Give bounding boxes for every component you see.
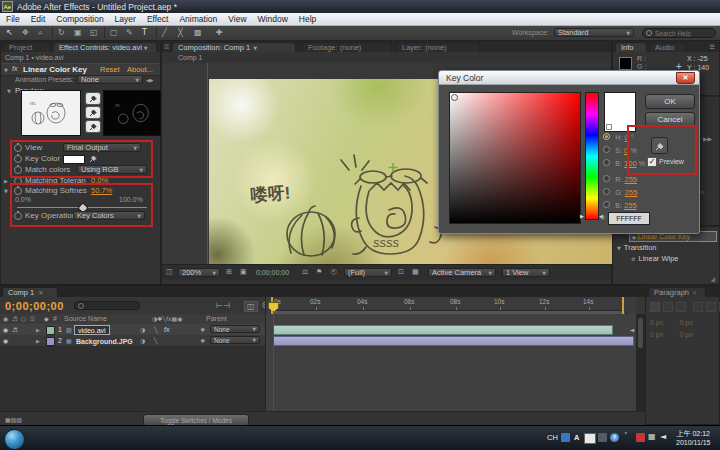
tab-project[interactable]: Project [3,42,51,52]
parent-dropdown-video[interactable]: None ▼ [210,325,260,333]
hex-field[interactable]: FFFFFF [608,212,650,225]
tab-effect-controls[interactable]: Effect Controls: video.avi ▼ [53,42,157,52]
parent-pickwhip-icon[interactable]: ❖ [200,337,205,344]
dialog-close-button[interactable]: ✕ [676,72,695,84]
menu-layer[interactable]: Layer [115,14,136,24]
network-icon[interactable]: ▦ [648,432,656,441]
preview-checkbox[interactable]: ✓ [647,157,657,167]
pan-behind-tool-icon[interactable]: ◱ [90,28,98,37]
speaker-icon[interactable]: ♬ [12,326,17,333]
preview-collapse-icon[interactable]: ▼ [7,88,11,94]
view-layout-dropdown[interactable]: 1 View ▼ [502,268,550,277]
layer-expand-icon[interactable]: ▶ [36,327,40,333]
workspace-dropdown[interactable]: Standard ▼ [554,28,634,37]
panel-menu-icon[interactable]: ☰ [710,43,715,50]
tab-composition[interactable]: Composition: Comp 1 ▼ [172,42,296,52]
panel-resize-corner-icon[interactable]: ◢ [710,275,715,282]
collapse-triangle-icon[interactable]: ▼ [4,67,8,73]
draft-3d-icon[interactable]: ◫ [244,301,258,312]
work-area-end-marker[interactable] [622,297,624,314]
reset-link[interactable]: Reset [100,65,120,74]
hue-strip[interactable] [585,92,599,220]
cancel-button[interactable]: Cancel [645,112,695,127]
parent-dropdown-background[interactable]: None ▼ [210,336,260,344]
justify-last-center-button[interactable] [706,302,716,312]
parent-column[interactable]: Parent [206,315,227,322]
menu-window[interactable]: Window [258,14,288,24]
paragraph-tab[interactable]: Paragraph ✕ [648,287,706,297]
menu-animation[interactable]: Animation [179,14,217,24]
transition-group-row[interactable]: ▼ Transition [617,243,657,252]
tray-ime-icon[interactable] [561,433,570,442]
stopwatch-icon[interactable] [14,144,22,152]
expand-collapse-panes-icon[interactable]: ▦▧▨ [5,416,22,423]
expand-triangle-icon[interactable]: ▶ [4,178,8,184]
layer-color-chip[interactable] [46,337,55,346]
tab-info[interactable]: Info [615,42,647,52]
layer-name-video[interactable]: video.avi [74,325,110,335]
timeline-search-box[interactable] [74,301,140,310]
puppet-tool-icon[interactable]: ✚ [216,28,223,37]
eye-icon[interactable]: ◉ [3,337,8,344]
hue-value[interactable]: 0 [624,133,628,142]
stopwatch-icon[interactable] [14,187,22,195]
animation-presets-dropdown[interactable]: None ▼ [77,75,143,84]
red-value[interactable]: 255 [624,175,637,184]
brightness-value[interactable]: 100 [624,159,637,168]
mask-visibility-icon[interactable]: ▣ [240,268,247,276]
zoom-dropdown[interactable]: 200% ▼ [178,268,220,277]
layer-expand-icon[interactable]: ▶ [36,338,40,344]
dialog-title-bar[interactable]: Key Color ✕ [439,71,699,85]
tolerance-value[interactable]: 0.0% [91,176,108,185]
softness-value[interactable]: 50.7% [91,186,112,195]
key-color-swatch[interactable] [63,155,85,164]
menu-view[interactable]: View [228,14,246,24]
dialog-eyedropper-button[interactable] [651,137,668,154]
eyedropper-icon[interactable] [89,154,98,163]
layer-name-background[interactable]: Background.JPG [76,337,133,346]
stopwatch-icon[interactable] [14,166,22,174]
tray-language-ch[interactable]: CH [547,433,558,442]
tray-tool-icon[interactable] [598,433,607,442]
channel-dropdown[interactable]: (Full) ▼ [344,268,392,277]
ok-button[interactable]: OK [645,94,695,109]
menu-file[interactable]: File [6,14,20,24]
clone-stamp-tool-icon[interactable]: ▩ [194,28,202,37]
align-left-button[interactable] [650,302,660,312]
stopwatch-icon[interactable] [14,155,22,163]
panel-menu-icon[interactable]: ▼ [144,45,148,51]
blend-mode-icon[interactable]: ◑ [140,326,145,333]
camera-tool-icon[interactable]: ▣ [74,28,82,37]
timeline-timecode[interactable]: 0;00;00;00 [5,300,64,312]
key-color-eyedropper-button[interactable] [85,92,101,105]
camera-dropdown[interactable]: Active Camera ▼ [428,268,496,277]
layer-fx-badge[interactable]: fx [164,326,169,333]
timeline-tab[interactable]: Comp 1 ✕ [2,287,58,297]
lock-icon[interactable]: ⚿ [164,43,169,51]
layer-bar-background[interactable] [273,336,634,346]
show-snapshot-icon[interactable]: ⚑ [316,268,322,276]
brightness-radio[interactable] [603,159,610,166]
transparency-grid-icon[interactable]: ▦ [412,268,419,276]
saturation-radio[interactable] [603,146,610,153]
layer-color-chip[interactable] [46,326,55,335]
space-before-field[interactable]: 0 px [650,331,663,338]
menu-help[interactable]: Help [299,14,316,24]
eye-icon[interactable]: ◉ [3,326,8,333]
indent-right-field[interactable]: 0 px [679,319,692,326]
help-search-input[interactable] [652,30,713,37]
tray-show-hidden-icon[interactable]: ˚ [624,432,628,440]
tray-ime-bar-icon[interactable] [584,433,596,444]
comp-marker-bin-icon[interactable]: ◄ [629,326,634,333]
viewer-timecode[interactable]: 0;00;00;00 [256,269,289,276]
layer-bar-video[interactable] [273,325,613,335]
snapshot-icon[interactable]: ⚖ [302,268,308,276]
zoom-tool-icon[interactable]: ⌕ [38,28,42,38]
blend-mode-icon[interactable]: ◑ [140,337,145,344]
safe-margins-icon[interactable]: ⊞ [226,268,232,276]
indent-left-field[interactable]: 0 px [650,319,663,326]
composition-mini-flowchart-icon[interactable]: ⊢⊣ [216,301,230,310]
always-preview-icon[interactable]: ◫ [166,268,173,276]
parent-pickwhip-icon[interactable]: ❖ [200,326,205,333]
tray-action-center-icon[interactable] [636,433,645,442]
